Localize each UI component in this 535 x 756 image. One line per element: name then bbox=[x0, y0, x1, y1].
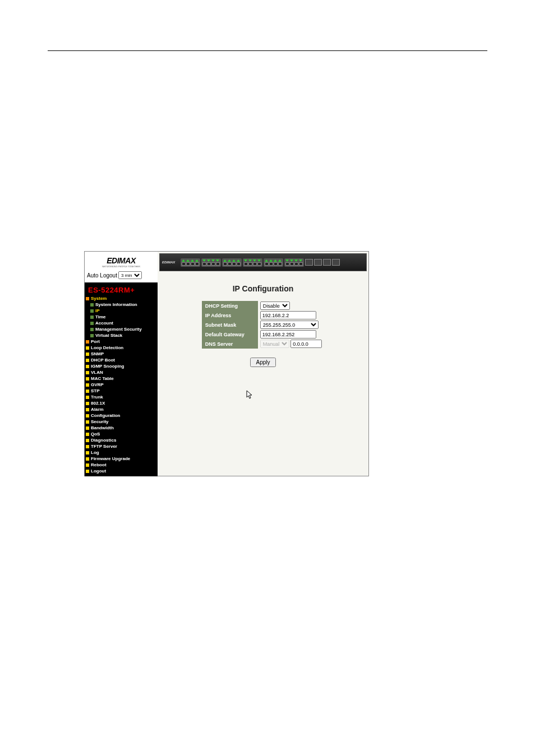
nav-item-label: Port bbox=[91, 339, 100, 344]
nav-item-label: Bandwidth bbox=[91, 425, 114, 430]
sfp-slot-4 bbox=[332, 259, 340, 266]
nav-item-configuration[interactable]: Configuration bbox=[85, 412, 158, 419]
nav-bullet-icon bbox=[86, 451, 89, 454]
page-divider bbox=[48, 50, 487, 51]
nav-bullet-icon bbox=[86, 420, 89, 424]
nav-item-system[interactable]: System bbox=[85, 295, 158, 302]
content-area: IP Configuration DHCP Setting Disable IP… bbox=[158, 273, 368, 378]
nav-bullet-icon bbox=[86, 346, 89, 350]
nav-item-label: QoS bbox=[91, 432, 100, 437]
nav-bullet-icon bbox=[86, 402, 89, 405]
nav-bullet-icon bbox=[86, 353, 89, 356]
nav-item-stp[interactable]: STP bbox=[85, 388, 158, 394]
nav-bullet-icon bbox=[86, 396, 89, 399]
apply-button[interactable]: Apply bbox=[250, 358, 275, 367]
nav-item-label: VLAN bbox=[91, 370, 103, 375]
gw-label: Default Gateway bbox=[202, 330, 258, 339]
brand-logo: EDIMAX bbox=[87, 256, 155, 265]
nav-bullet-icon bbox=[90, 328, 94, 331]
nav-item-802-1x[interactable]: 802.1X bbox=[85, 400, 158, 406]
nav-item-qos[interactable]: QoS bbox=[85, 431, 158, 437]
nav-bullet-icon bbox=[86, 414, 89, 418]
nav-bullet-icon bbox=[86, 371, 89, 374]
nav-bullet-icon bbox=[86, 426, 89, 430]
nav-bullet-icon bbox=[90, 309, 94, 313]
dns-mode-select[interactable]: Manual bbox=[260, 340, 289, 348]
dhcp-label: DHCP Setting bbox=[202, 301, 258, 310]
nav-item-loop-detection[interactable]: Loop Detection bbox=[85, 345, 158, 351]
nav-item-ip[interactable]: IP bbox=[85, 308, 158, 314]
nav-item-label: TFTP Server bbox=[91, 444, 117, 449]
nav-item-mac-table[interactable]: MAC Table bbox=[85, 375, 158, 382]
logo-area: EDIMAX NETWORKING PEOPLE TOGETHER bbox=[85, 252, 158, 270]
nav-item-virtual-stack[interactable]: Virtual Stack bbox=[85, 332, 158, 338]
nav-item-label: Alarm bbox=[91, 407, 104, 412]
nav-item-label: Trunk bbox=[91, 395, 103, 400]
device-banner: EDIMAX bbox=[159, 253, 367, 271]
nav-item-trunk[interactable]: Trunk bbox=[85, 394, 158, 400]
nav-item-igmp-snooping[interactable]: IGMP Snooping bbox=[85, 363, 158, 369]
nav-item-account[interactable]: Account bbox=[85, 320, 158, 326]
nav-item-label: Diagnostics bbox=[91, 438, 116, 443]
gw-input[interactable] bbox=[260, 330, 316, 338]
port-block-4 bbox=[243, 258, 262, 267]
port-block-2 bbox=[201, 258, 221, 267]
auto-logout-row: Auto Logout 3 min bbox=[85, 270, 158, 282]
nav-item-alarm[interactable]: Alarm bbox=[85, 406, 158, 412]
port-block-6 bbox=[284, 258, 304, 267]
page-title: IP Configuration bbox=[174, 284, 352, 293]
nav-bullet-icon bbox=[90, 316, 94, 319]
nav-item-bandwidth[interactable]: Bandwidth bbox=[85, 425, 158, 431]
nav-item-label: Configuration bbox=[91, 413, 120, 418]
nav-bullet-icon bbox=[86, 365, 89, 368]
mask-select[interactable]: 255.255.255.0 bbox=[260, 321, 319, 329]
nav-item-firmware-upgrade[interactable]: Firmware Upgrade bbox=[85, 456, 158, 462]
nav-item-diagnostics[interactable]: Diagnostics bbox=[85, 437, 158, 443]
nav-item-logout[interactable]: Logout bbox=[85, 468, 158, 474]
dhcp-select[interactable]: Disable bbox=[260, 302, 290, 310]
device-model: ES-5224RM+ bbox=[85, 285, 158, 295]
port-block-5 bbox=[264, 258, 283, 267]
auto-logout-label: Auto Logout bbox=[87, 272, 117, 279]
nav-bullet-icon bbox=[90, 303, 94, 307]
nav-bullet-icon bbox=[86, 297, 89, 300]
nav-item-label: Security bbox=[91, 419, 109, 424]
nav-item-label: STP bbox=[91, 388, 100, 393]
ip-label: IP Address bbox=[202, 310, 258, 320]
auto-logout-select[interactable]: 3 min bbox=[118, 271, 142, 279]
nav-item-label: GVRP bbox=[91, 382, 104, 387]
nav-item-vlan[interactable]: VLAN bbox=[85, 369, 158, 375]
nav-bullet-icon bbox=[86, 470, 89, 473]
mask-label: Subnet Mask bbox=[202, 320, 258, 330]
nav-item-reboot[interactable]: Reboot bbox=[85, 462, 158, 468]
nav-item-tftp-server[interactable]: TFTP Server bbox=[85, 443, 158, 449]
dns-input[interactable] bbox=[290, 340, 322, 348]
ip-input[interactable] bbox=[260, 311, 316, 319]
nav-item-label: SNMP bbox=[91, 351, 104, 356]
nav-item-system-information[interactable]: System Information bbox=[85, 302, 158, 308]
nav-item-snmp[interactable]: SNMP bbox=[85, 351, 158, 357]
nav-item-security[interactable]: Security bbox=[85, 419, 158, 425]
main-panel: EDIMAX bbox=[158, 252, 368, 476]
nav-item-management-security[interactable]: Management Security bbox=[85, 326, 158, 332]
nav-bullet-icon bbox=[86, 433, 89, 436]
nav-item-label: Firmware Upgrade bbox=[91, 456, 130, 461]
banner-logo: EDIMAX bbox=[162, 261, 175, 264]
nav-item-label: Time bbox=[95, 314, 106, 319]
app-window: EDIMAX NETWORKING PEOPLE TOGETHER Auto L… bbox=[84, 251, 369, 476]
nav-item-gvrp[interactable]: GVRP bbox=[85, 382, 158, 388]
nav-item-label: IP bbox=[95, 308, 100, 313]
nav-bullet-icon bbox=[86, 389, 89, 393]
nav-item-time[interactable]: Time bbox=[85, 314, 158, 320]
port-block-3 bbox=[222, 258, 242, 267]
nav-item-label: Loop Detection bbox=[91, 345, 123, 350]
nav-item-label: System Information bbox=[95, 302, 137, 307]
nav-bullet-icon bbox=[86, 383, 89, 387]
nav-item-log[interactable]: Log bbox=[85, 449, 158, 456]
nav-bullet-icon bbox=[90, 334, 94, 337]
nav-item-port[interactable]: Port bbox=[85, 338, 158, 345]
brand-tagline: NETWORKING PEOPLE TOGETHER bbox=[87, 265, 155, 268]
nav-item-dhcp-boot[interactable]: DHCP Boot bbox=[85, 357, 158, 363]
nav-bullet-icon bbox=[86, 408, 89, 411]
nav-item-label: Log bbox=[91, 450, 99, 455]
